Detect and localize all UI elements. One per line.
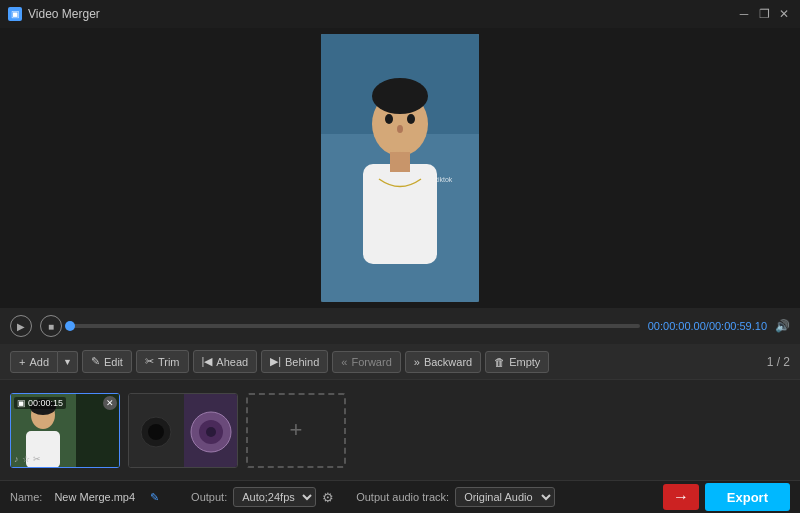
title-text: Video Merger [28, 7, 100, 21]
svg-text:→: → [673, 488, 689, 505]
clip-svg-2 [129, 394, 237, 468]
edit-button[interactable]: ✎ Edit [82, 350, 132, 373]
export-section: → Export [663, 483, 790, 511]
clip-audio-icon: ♪ [14, 454, 19, 464]
clip-1-duration: ▣ 00:00:15 [14, 397, 66, 409]
person-silhouette: tiktok [321, 34, 479, 302]
svg-point-23 [148, 424, 164, 440]
add-group: + Add ▼ [10, 351, 78, 373]
clip-thumbnail-2 [129, 394, 237, 467]
play-button[interactable]: ▶ [10, 315, 32, 337]
add-clip-placeholder[interactable]: + [246, 393, 346, 468]
timeline-area: ▣ 00:00:15 ✕ ♪ ☆ ✂ + [0, 380, 800, 480]
add-dropdown-button[interactable]: ▼ [58, 351, 78, 373]
behind-label: Behind [285, 356, 319, 368]
output-label: Output: [191, 491, 227, 503]
title-controls: ─ ❐ ✕ [736, 6, 792, 22]
add-button[interactable]: + Add [10, 351, 58, 373]
arrow-svg: → [663, 484, 699, 510]
backward-label: Backward [424, 356, 472, 368]
output-select[interactable]: Auto;24fps [233, 487, 316, 507]
forward-button[interactable]: « Forward [332, 351, 400, 373]
clip-1-icons: ♪ ☆ ✂ [14, 454, 41, 464]
edit-label: Edit [104, 356, 123, 368]
arrow-icon: → [663, 484, 699, 510]
preview-area: tiktok [0, 28, 800, 308]
svg-rect-3 [363, 164, 437, 264]
trim-button[interactable]: ✂ Trim [136, 350, 189, 373]
add-icon: + [19, 356, 25, 368]
add-placeholder-icon: + [290, 417, 303, 443]
title-bar: ▣ Video Merger ─ ❐ ✕ [0, 0, 800, 28]
close-button[interactable]: ✕ [776, 6, 792, 22]
empty-button[interactable]: 🗑 Empty [485, 351, 549, 373]
svg-point-7 [385, 114, 393, 124]
audio-label: Output audio track: [356, 491, 449, 503]
backward-icon: » [414, 356, 420, 368]
empty-label: Empty [509, 356, 540, 368]
ahead-icon: |◀ [202, 355, 213, 368]
name-edit-icon[interactable]: ✎ [150, 491, 159, 504]
backward-button[interactable]: » Backward [405, 351, 481, 373]
edit-icon: ✎ [91, 355, 100, 368]
behind-icon: ▶| [270, 355, 281, 368]
video-content: tiktok [321, 34, 479, 302]
add-label: Add [29, 356, 49, 368]
title-left: ▣ Video Merger [8, 7, 100, 21]
export-button[interactable]: Export [705, 483, 790, 511]
clip-item-2[interactable] [128, 393, 238, 468]
svg-point-8 [407, 114, 415, 124]
output-section: Output: Auto;24fps ⚙ [191, 487, 334, 507]
video-preview: tiktok [321, 34, 479, 302]
trim-label: Trim [158, 356, 180, 368]
minimize-button[interactable]: ─ [736, 6, 752, 22]
app-icon: ▣ [8, 7, 22, 21]
volume-button[interactable]: 🔊 [775, 319, 790, 333]
stop-button[interactable]: ■ [40, 315, 62, 337]
trash-icon: 🗑 [494, 356, 505, 368]
clip-1-close-button[interactable]: ✕ [103, 396, 117, 410]
video-frame-svg: tiktok [321, 34, 479, 302]
svg-point-6 [372, 78, 428, 114]
ahead-button[interactable]: |◀ Ahead [193, 350, 258, 373]
time-display: 00:00:00.00/00:00:59.10 [648, 320, 767, 332]
ahead-label: Ahead [216, 356, 248, 368]
clip-star-icon: ☆ [22, 454, 30, 464]
trim-icon: ✂ [145, 355, 154, 368]
clip-cut-icon: ✂ [33, 454, 41, 464]
svg-point-21 [206, 427, 216, 437]
name-label: Name: [10, 491, 42, 503]
svg-text:tiktok: tiktok [436, 176, 453, 183]
behind-button[interactable]: ▶| Behind [261, 350, 328, 373]
name-value: New Merge.mp4 [54, 491, 135, 503]
forward-label: Forward [351, 356, 391, 368]
restore-button[interactable]: ❐ [756, 6, 772, 22]
audio-section: Output audio track: Original Audio [356, 487, 555, 507]
playback-bar: ▶ ■ 00:00:00.00/00:00:59.10 🔊 [0, 308, 800, 344]
forward-icon: « [341, 356, 347, 368]
gear-icon[interactable]: ⚙ [322, 490, 334, 505]
bottom-bar: Name: New Merge.mp4 ✎ Output: Auto;24fps… [0, 480, 800, 513]
progress-bar[interactable] [70, 324, 640, 328]
audio-select[interactable]: Original Audio [455, 487, 555, 507]
toolbar: + Add ▼ ✎ Edit ✂ Trim |◀ Ahead ▶| Behind… [0, 344, 800, 380]
clip-item-1[interactable]: ▣ 00:00:15 ✕ ♪ ☆ ✂ [10, 393, 120, 468]
page-counter: 1 / 2 [767, 355, 790, 369]
progress-thumb [65, 321, 75, 331]
svg-point-9 [397, 125, 403, 133]
svg-rect-4 [390, 152, 410, 172]
